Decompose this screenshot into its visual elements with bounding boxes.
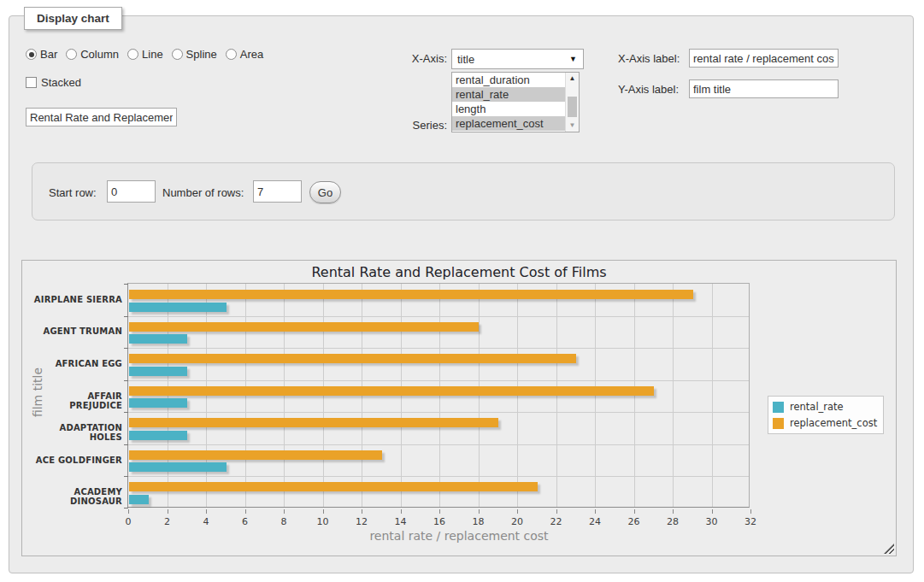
x-axis-tick [712,509,713,514]
x-axis-tick [439,509,440,514]
x-axis-select[interactable]: title ▼ [451,49,584,69]
x-axis-tick-label: 8 [274,516,294,527]
y-axis-tick [124,444,128,445]
bar-replacement_cost [129,386,654,396]
radio-icon[interactable] [127,49,138,60]
stacked-checkbox-row[interactable]: Stacked [26,76,81,89]
y-axis-category-label: AFFAIR PREJUDICE [33,391,122,410]
scrollbar-up-icon[interactable]: ▲ [566,73,579,84]
chart-legend: rental_ratereplacement_cost [768,396,884,434]
num-rows-input[interactable] [253,180,302,203]
x-axis-tick [595,509,596,514]
series-option-rental_rate[interactable]: rental_rate [452,87,565,102]
x-axis-tick [284,509,285,514]
x-axis-tick [245,509,246,514]
chart-title: Rental Rate and Replacement Cost of Film… [22,264,896,280]
x-axis-tick [362,509,362,514]
x-axis-tick [168,509,168,514]
chart-y-axis-title: film title [31,350,44,435]
series-select-label: Series: [362,119,447,132]
x-axis-tick-label: 0 [118,516,138,527]
chart-type-option-area[interactable]: Area [226,48,263,61]
y-axis-tick [124,476,128,477]
x-axis-tick-label: 28 [662,516,683,527]
bar-rental_rate [129,367,187,376]
series-scrollbar[interactable]: ▲ ▼ [565,73,579,132]
x-axis-tick-label: 10 [313,516,333,527]
x-axis-tick-label: 18 [468,516,489,527]
bar-replacement_cost [129,418,498,427]
page: Display chart BarColumnLineSplineArea St… [0,0,924,582]
x-axis-tick [750,509,751,514]
x-axis-tick [673,509,674,514]
x-axis-tick [517,509,518,514]
legend-entry-replacement_cost: replacement_cost [773,417,877,429]
y-axis-category-label: AFRICAN EGG [33,359,122,368]
y-axis-category-label: ACE GOLDFINGER [33,456,122,465]
radio-icon[interactable] [26,49,37,60]
radio-icon[interactable] [172,49,183,60]
chart-type-option-column[interactable]: Column [66,48,119,61]
chart-type-option-line[interactable]: Line [127,48,163,61]
radio-icon[interactable] [66,49,77,60]
x-axis-tick [634,509,635,514]
go-button[interactable]: Go [309,181,341,203]
bar-replacement_cost [129,482,538,491]
legend-swatch-rental_rate [773,402,784,413]
scrollbar-thumb[interactable] [568,97,577,117]
x-axis-select-label: X-Axis: [362,52,447,65]
resize-handle-icon[interactable] [884,544,894,554]
x-axis-tick-label: 22 [546,516,567,527]
bar-replacement_cost [129,354,576,363]
series-options: rental_durationrental_ratelengthreplacem… [452,73,565,132]
series-listbox[interactable]: rental_durationrental_ratelengthreplacem… [451,72,580,132]
legend-entry-rental_rate: rental_rate [773,401,877,413]
chart-container: Rental Rate and Replacement Cost of Film… [21,260,897,556]
x-axis-label-caption: X-Axis label: [618,52,680,65]
chart-type-radio-group: BarColumnLineSplineArea [26,48,263,61]
y-axis-category-label: AGENT TRUMAN [33,326,122,336]
bar-replacement_cost [129,290,693,299]
legend-swatch-replacement_cost [773,418,784,429]
y-axis-label-input[interactable] [689,79,839,98]
x-axis-tick-label: 26 [624,516,644,527]
y-axis-tick [124,284,128,285]
y-axis-label-caption: Y-Axis label: [618,83,679,96]
y-axis-category-label: AIRPLANE SIERRA [33,295,122,304]
chart-type-option-label: Line [142,48,163,61]
series-option-length[interactable]: length [452,102,565,116]
bar-rental_rate [129,398,187,408]
radio-icon[interactable] [226,49,237,60]
chart-type-option-spline[interactable]: Spline [172,48,217,61]
bar-rental_rate [129,334,187,344]
stacked-checkbox-icon[interactable] [26,77,37,88]
chart-type-option-bar[interactable]: Bar [26,48,57,61]
bar-replacement_cost [129,450,382,460]
x-axis-tick [323,509,324,514]
x-axis-tick [401,509,402,514]
panel-legend: Display chart [24,7,122,30]
x-axis-tick [479,509,480,514]
bar-replacement_cost [129,322,479,332]
gridline-vertical [712,284,713,507]
scrollbar-down-icon[interactable]: ▼ [566,121,579,131]
x-axis-tick-label: 14 [391,516,411,527]
stacked-label: Stacked [41,76,81,89]
chart-type-option-label: Column [80,48,119,61]
x-axis-tick-label: 24 [585,516,605,527]
bar-rental_rate [129,495,149,504]
x-axis-selected-value: title [457,53,474,66]
x-axis-label-input[interactable] [689,49,839,68]
x-axis-tick-label: 4 [196,516,216,527]
gridline-horizontal [128,316,749,317]
gridline-horizontal [128,412,749,413]
chart-type-option-label: Area [240,48,263,61]
bar-rental_rate [129,431,187,440]
start-row-input[interactable] [107,180,156,203]
x-axis-tick-label: 12 [351,516,372,527]
series-option-rental_duration[interactable]: rental_duration [452,73,565,87]
gridline-vertical [673,284,674,507]
chart-title-input[interactable] [26,108,177,126]
series-option-replacement_cost[interactable]: replacement_cost [452,116,565,131]
row-range-box [32,162,895,220]
